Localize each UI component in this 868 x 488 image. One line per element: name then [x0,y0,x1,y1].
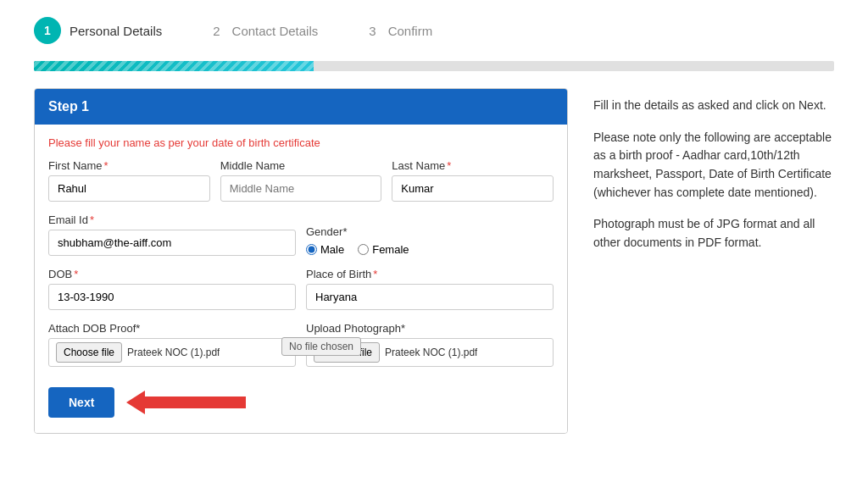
info-paragraph-3: Photograph must be of JPG format and all… [593,215,834,252]
dob-proof-input-wrapper: Choose file Prateek NOC (1).pdf [48,338,296,367]
gender-male-radio[interactable] [306,244,317,255]
middle-name-input[interactable] [220,175,382,202]
form-card-body: Please fill your name as per your date o… [35,125,567,433]
info-paragraph-1: Fill in the details as asked and click o… [593,97,834,115]
step-1-label: Personal Details [70,24,162,38]
photo-upload-label: Upload Photograph* [306,322,554,335]
no-file-tooltip: No file chosen [281,337,361,356]
stepper: 1 Personal Details 2 Contact Details 3 C… [0,0,868,61]
first-name-label: First Name* [48,159,210,172]
arrow-body [144,396,246,408]
btn-row: Next [48,379,554,421]
info-panel: Fill in the details as asked and click o… [593,88,834,434]
last-name-group: Last Name* [392,159,554,202]
place-of-birth-label: Place of Birth* [306,268,554,280]
main-content: Step 1 Please fill your name as per your… [0,88,868,434]
arrow-indicator [126,391,246,414]
step-heading: Step 1 [48,99,89,114]
middle-name-label: Middle Name [220,159,382,172]
dob-proof-label: Attach DOB Proof* [48,322,296,335]
gender-options: Male Female [306,243,554,256]
next-button[interactable]: Next [48,387,114,418]
warning-text: Please fill your name as per your date o… [48,136,554,149]
email-label: Email Id* [48,214,296,226]
gender-label: Gender* [306,225,554,238]
gender-male-option[interactable]: Male [306,243,344,256]
middle-name-group: Middle Name [220,159,382,202]
step-1-circle: 1 [34,17,61,44]
step-3-number: 3 [369,24,376,38]
step-3-label: Confirm [388,24,433,38]
progress-bar-fill [34,61,314,71]
dob-input[interactable] [48,284,296,310]
step-3: 3 Confirm [369,24,432,38]
gender-female-radio[interactable] [358,244,369,255]
gender-female-option[interactable]: Female [358,243,409,256]
info-paragraph-2: Please note only the following are accep… [593,129,834,202]
place-of-birth-group: Place of Birth* [306,268,554,310]
name-row: First Name* Middle Name Last Name* [48,159,554,202]
email-group: Email Id* [48,214,296,256]
email-input[interactable] [48,230,296,256]
last-name-label: Last Name* [392,159,554,172]
form-card: Step 1 Please fill your name as per your… [34,88,568,434]
first-name-input[interactable] [48,175,210,202]
step-2-label: Contact Details [232,24,319,38]
step-2: 2 Contact Details [213,24,318,38]
first-name-group: First Name* [48,159,210,202]
place-of-birth-input[interactable] [306,284,554,310]
dob-group: DOB* [48,268,296,310]
step-2-number: 2 [213,24,220,38]
photo-filename: Prateek NOC (1).pdf [385,347,477,358]
dob-proof-filename: Prateek NOC (1).pdf [127,347,220,358]
gender-group: Gender* Male Female [306,225,554,256]
dob-label: DOB* [48,268,296,280]
step-1: 1 Personal Details [34,17,162,44]
email-gender-row: Email Id* Gender* Male [48,214,554,256]
arrow-head [126,391,145,414]
dob-proof-group: Attach DOB Proof* Choose file Prateek NO… [48,322,296,367]
last-name-input[interactable] [392,175,554,202]
progress-bar-container [34,61,834,71]
form-card-header: Step 1 [35,89,567,125]
dob-place-row: DOB* Place of Birth* [48,268,554,310]
dob-proof-choose-btn[interactable]: Choose file [56,342,122,363]
